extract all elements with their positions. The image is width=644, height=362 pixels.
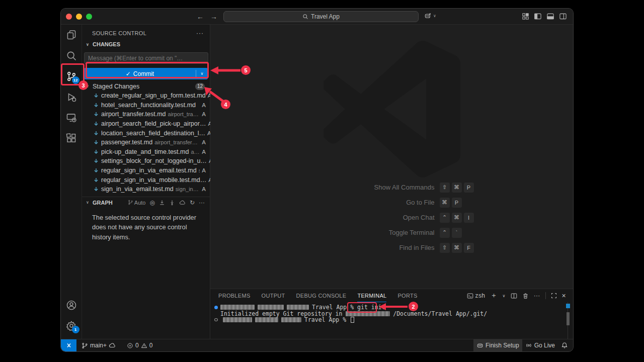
tab-ports[interactable]: PORTS [397, 289, 417, 302]
markdown-file-icon [93, 186, 99, 192]
file-row[interactable]: regular_sign_in_via_mobile.test.md…A [82, 175, 210, 185]
annotation-box-git-init [347, 302, 377, 313]
more-actions-icon[interactable]: ··· [199, 199, 205, 206]
settings-gear-icon[interactable]: 1 [61, 315, 82, 336]
tab-terminal[interactable]: TERMINAL [357, 289, 386, 302]
minimize-window-button[interactable] [76, 14, 82, 20]
maximize-window-button[interactable] [86, 14, 92, 20]
notifications-bell-icon[interactable] [558, 339, 573, 351]
shell-selector[interactable]: zsh [467, 292, 486, 299]
file-row[interactable]: airport_search_field_pick-up_airpor…A [82, 119, 210, 129]
vscode-logo-watermark [324, 41, 460, 177]
editor-area: Show All Commands⇧⌘P Go to File⌘P Open C… [210, 25, 573, 289]
bottom-panel: PROBLEMS OUTPUT DEBUG CONSOLE TERMINAL P… [210, 289, 573, 339]
git-status-added: A [202, 186, 206, 192]
redacted-text [258, 305, 284, 310]
git-status-added: A [202, 149, 206, 155]
changes-label: CHANGES [93, 41, 120, 47]
staged-file-list: create_regular_sign_up_form.test.mdA hot… [82, 91, 210, 194]
tab-debug-console[interactable]: DEBUG CONSOLE [296, 289, 347, 302]
close-panel-icon[interactable]: × [562, 292, 566, 300]
go-live-button[interactable]: Go Live [522, 339, 558, 351]
extensions-icon[interactable] [61, 128, 82, 148]
changes-section-header[interactable]: ∨ CHANGES [82, 39, 210, 50]
account-icon[interactable] [61, 295, 82, 315]
file-row[interactable]: hotel_search_functionality.test.mdA [82, 101, 210, 110]
target-icon[interactable]: ◎ [149, 199, 154, 206]
split-terminal-icon[interactable] [511, 293, 517, 299]
remote-explorer-icon[interactable] [61, 107, 82, 128]
terminal-scrollbar-thumb[interactable] [567, 312, 570, 325]
cloud-icon[interactable] [179, 199, 186, 206]
command-pending-decoration [214, 318, 218, 321]
command-success-decoration [214, 306, 218, 309]
chevron-down-icon: ∨ [433, 14, 436, 18]
branch-status-item[interactable]: main+ [78, 339, 119, 351]
terminal-cursor [351, 317, 354, 323]
watermark-shortcuts: Show All Commands⇧⌘P Go to File⌘P Open C… [210, 182, 573, 253]
toggle-sidebar-left-icon[interactable] [534, 13, 542, 20]
explorer-icon[interactable] [61, 25, 82, 45]
staged-count-badge: 12 [195, 83, 205, 90]
chevron-down-icon: ∨ [85, 42, 91, 47]
markdown-file-icon [93, 149, 99, 155]
kill-terminal-trash-icon[interactable] [522, 293, 529, 299]
problems-status-item[interactable]: 0 0 [124, 339, 155, 351]
command-center-search[interactable]: Travel App [223, 11, 419, 22]
file-row[interactable]: location_search_field_destination_l…A [82, 128, 210, 138]
close-window-button[interactable] [66, 14, 72, 20]
chevron-down-icon[interactable]: ∨ [502, 294, 505, 298]
finish-setup-button[interactable]: Finish Setup [473, 339, 522, 351]
annotation-step-5: 5 [241, 65, 251, 75]
fetch-icon[interactable] [159, 200, 165, 206]
more-actions-icon[interactable]: ··· [196, 30, 204, 37]
terminal-content[interactable]: Travel App % git init Initialized empty … [210, 302, 573, 339]
broadcast-icon [525, 342, 532, 349]
git-status-added: A [202, 111, 206, 117]
git-branch-icon [82, 342, 88, 349]
run-debug-icon[interactable] [61, 86, 82, 107]
git-status-added: A [202, 167, 206, 173]
git-branch-icon [128, 200, 133, 205]
graph-auto-toggle[interactable]: Auto [128, 200, 146, 206]
markdown-file-icon [93, 93, 99, 99]
back-arrow-icon[interactable]: ← [197, 13, 204, 21]
graph-empty-message: The selected source control provider doe… [82, 208, 210, 242]
file-row[interactable]: regular_sign_in_via_email.test.mdsi…A [82, 166, 210, 175]
remote-indicator[interactable] [61, 339, 76, 351]
file-row[interactable]: settings_block_for_not_logged-in_u…A [82, 156, 210, 166]
redacted-text [287, 305, 309, 310]
chevron-down-icon: ∨ [85, 200, 91, 205]
file-row[interactable]: passenger.test.mdairport_transfer_s…A [82, 138, 210, 147]
tab-problems[interactable]: PROBLEMS [218, 289, 251, 302]
copilot-menu[interactable]: ∨ [424, 12, 436, 20]
git-status-added: A [202, 102, 206, 108]
graph-label: GRAPH [93, 200, 113, 206]
tab-output[interactable]: OUTPUT [262, 289, 285, 302]
markdown-file-icon [93, 121, 99, 127]
customize-layout-icon[interactable] [522, 13, 529, 20]
toggle-sidebar-right-icon[interactable] [559, 13, 567, 20]
search-icon [302, 14, 308, 20]
toggle-panel-icon[interactable] [546, 13, 554, 20]
more-actions-icon[interactable]: ··· [534, 292, 540, 299]
staged-changes-label: Staged Changes [93, 83, 193, 90]
command-center-text: Travel App [311, 13, 340, 20]
forward-arrow-icon[interactable]: → [210, 13, 217, 21]
status-bar: main+ 0 0 Finish Setup Go Live [61, 339, 573, 351]
maximize-panel-icon[interactable] [551, 293, 557, 299]
staged-changes-header[interactable]: ∨ Staged Changes 12 [82, 81, 210, 91]
new-terminal-icon[interactable]: ＋ [490, 291, 497, 300]
markdown-file-icon [93, 102, 99, 108]
file-row[interactable]: create_regular_sign_up_form.test.mdA [82, 91, 210, 101]
terminal-overview-marker [566, 304, 570, 308]
annotation-step-4: 4 [221, 100, 230, 109]
redacted-text [220, 305, 255, 310]
file-row[interactable]: pick-up_date_and_time.test.mdairp…A [82, 147, 210, 157]
file-row[interactable]: airport_transfer.test.mdairport_trans…A [82, 110, 210, 119]
pull-icon[interactable] [169, 200, 175, 206]
refresh-icon[interactable]: ↻ [190, 199, 195, 206]
file-row[interactable]: sign_in_via_email.test.mdsign_in_fo…A [82, 185, 210, 194]
title-bar: ← → Travel App ∨ [61, 9, 573, 25]
search-view-icon[interactable] [61, 45, 82, 66]
